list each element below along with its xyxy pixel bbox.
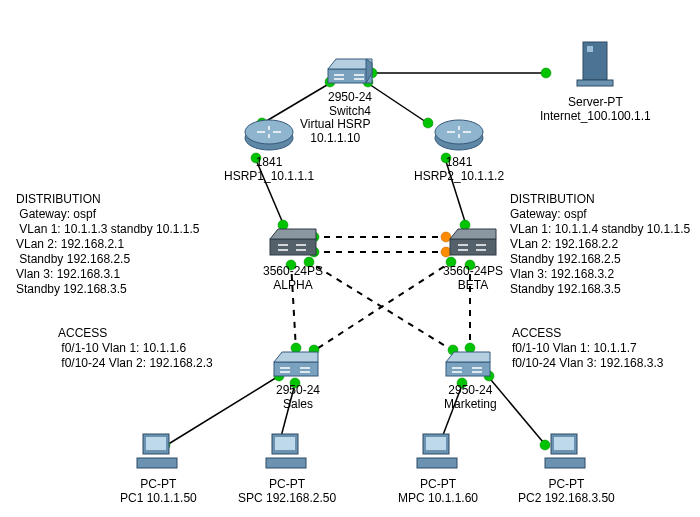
svg-rect-52 xyxy=(583,42,607,80)
alpha-name-label: ALPHA xyxy=(273,278,312,292)
marketing-model-label: 2950-24 xyxy=(448,383,492,397)
svg-rect-92 xyxy=(146,437,166,450)
device-marketing[interactable]: 2950-24 Marketing xyxy=(444,348,497,411)
device-server[interactable]: Server-PT Internet_100.100.1.1 xyxy=(540,40,651,123)
svg-rect-73 xyxy=(450,239,496,255)
access-left-text: ACCESS f0/1-10 Vlan 1: 10.1.1.6 f0/10-24… xyxy=(58,326,213,371)
router-icon xyxy=(433,116,485,152)
mlswitch-icon xyxy=(446,223,500,261)
server-name-label: Internet_100.100.1.1 xyxy=(540,109,651,123)
access-right-text: ACCESS f0/1-10 Vlan 1: 10.1.1.7 f0/10-24… xyxy=(512,326,663,371)
svg-rect-101 xyxy=(554,437,574,450)
marketing-name-label: Marketing xyxy=(444,397,497,411)
pc-icon xyxy=(543,430,589,474)
device-switch4[interactable]: 2950-24 Switch4 xyxy=(326,55,374,118)
svg-rect-95 xyxy=(275,437,295,450)
svg-rect-67 xyxy=(270,239,316,255)
svg-marker-86 xyxy=(446,352,490,362)
distribution-left-text: DISTRIBUTION Gateway: ospf VLan 1: 10.1.… xyxy=(16,192,199,297)
svg-rect-45 xyxy=(328,69,372,83)
device-beta[interactable]: 3560-24PS BETA xyxy=(443,223,503,292)
svg-marker-46 xyxy=(328,59,372,69)
router-icon xyxy=(243,116,295,152)
switch-icon xyxy=(326,55,374,87)
svg-rect-98 xyxy=(426,437,446,450)
distribution-right-text: DISTRIBUTION Gateway: ospf VLan 1: 10.1.… xyxy=(510,192,690,297)
switch4-model-label: 2950-24 xyxy=(328,90,372,104)
svg-point-62 xyxy=(435,120,483,144)
svg-marker-74 xyxy=(450,229,496,239)
pc-icon xyxy=(264,430,310,474)
switch4-name-label: Switch4 xyxy=(329,104,371,118)
svg-rect-99 xyxy=(417,458,457,468)
device-alpha[interactable]: 3560-24PS ALPHA xyxy=(263,223,323,292)
device-pc1[interactable]: PC-PT PC1 10.1.1.50 xyxy=(120,430,197,505)
vhsrp-ip: 10.1.1.10 xyxy=(310,131,360,145)
mpc-name-label: MPC 10.1.1.60 xyxy=(398,491,478,505)
beta-name-label: BETA xyxy=(458,278,488,292)
network-diagram: 2950-24 Switch4 Virtual HSRP 10.1.1.10 S… xyxy=(0,0,700,517)
beta-model-label: 3560-24PS xyxy=(443,264,503,278)
device-spc[interactable]: PC-PT SPC 192.168.2.50 xyxy=(238,430,336,505)
svg-marker-68 xyxy=(270,229,316,239)
svg-rect-53 xyxy=(587,46,593,52)
sales-model-label: 2950-24 xyxy=(276,383,320,397)
server-model-label: Server-PT xyxy=(568,95,623,109)
switch-icon xyxy=(272,348,324,380)
pc-icon xyxy=(415,430,461,474)
svg-rect-96 xyxy=(266,458,306,468)
device-hsrp1[interactable]: 1841 HSRP1_10.1.1.1 xyxy=(224,116,314,183)
hsrp1-name-label: HSRP1_10.1.1.1 xyxy=(224,169,314,183)
mpc-model-label: PC-PT xyxy=(420,477,456,491)
alpha-model-label: 3560-24PS xyxy=(263,264,323,278)
spc-model-label: PC-PT xyxy=(269,477,305,491)
device-pc2[interactable]: PC-PT PC2 192.168.3.50 xyxy=(518,430,615,505)
pc1-name-label: PC1 10.1.1.50 xyxy=(120,491,197,505)
pc2-name-label: PC2 192.168.3.50 xyxy=(518,491,615,505)
mlswitch-icon xyxy=(266,223,320,261)
hsrp2-model-label: 1841 xyxy=(446,155,473,169)
svg-rect-54 xyxy=(577,80,613,86)
pc2-model-label: PC-PT xyxy=(548,477,584,491)
device-sales[interactable]: 2950-24 Sales xyxy=(272,348,324,411)
svg-point-56 xyxy=(245,120,293,144)
spc-name-label: SPC 192.168.2.50 xyxy=(238,491,336,505)
svg-rect-93 xyxy=(137,458,177,468)
hsrp1-model-label: 1841 xyxy=(256,155,283,169)
device-mpc[interactable]: PC-PT MPC 10.1.1.60 xyxy=(398,430,478,505)
device-hsrp2[interactable]: 1841 HSRP2_10.1.1.2 xyxy=(414,116,504,183)
svg-rect-79 xyxy=(274,362,318,376)
switch-icon xyxy=(444,348,496,380)
sales-name-label: Sales xyxy=(283,397,313,411)
svg-rect-85 xyxy=(446,362,490,376)
server-icon xyxy=(573,40,617,92)
hsrp2-name-label: HSRP2_10.1.1.2 xyxy=(414,169,504,183)
pc1-model-label: PC-PT xyxy=(140,477,176,491)
svg-marker-80 xyxy=(274,352,318,362)
svg-rect-102 xyxy=(545,458,585,468)
pc-icon xyxy=(135,430,181,474)
